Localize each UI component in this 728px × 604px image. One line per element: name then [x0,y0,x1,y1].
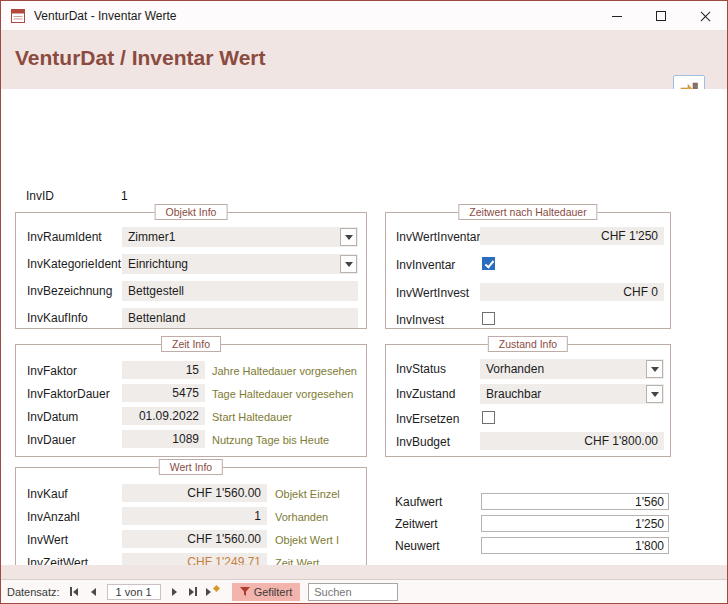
zeitwert-title: Zeitwert nach Haltedauer [458,204,597,220]
invid-label: InvID [26,189,54,203]
chevron-down-icon[interactable] [646,385,663,403]
chevron-glyph [345,235,353,240]
close-icon [700,11,711,22]
invwert-note: Objekt Wert I [275,534,339,546]
invfaktordauer-note: Tage Haltedauer vorgesehen [212,388,353,400]
next-record-button[interactable] [166,583,183,600]
zeitwert-label: Zeitwert [395,517,438,531]
invdauer-label: InvDauer [27,433,76,447]
kaufwert-label: Kaufwert [395,495,442,509]
invanzahl-field[interactable]: 1 [122,507,267,525]
invfaktordauer-field[interactable]: 5475 [122,384,205,402]
zeit-info-title: Zeit Info [161,336,221,352]
new-record-button[interactable] [204,583,221,600]
invwertinventar-label: InvWertInventar [396,230,480,244]
new-record-star-icon [213,584,220,591]
field-row: InvErsetzen [386,409,670,431]
invid-field[interactable]: 1 [121,189,128,203]
invwertinventar-field[interactable]: CHF 1'250 [480,227,664,245]
window-title: VenturDat - Inventar Werte [34,9,177,23]
form-body: InvID 1 Objekt Info InvRaumIdent Zimmer1… [1,89,727,565]
invinvest-label: InvInvest [396,313,444,327]
invraumident-label: InvRaumIdent [27,230,102,244]
zeitwert-field[interactable]: 1'250 [481,515,669,532]
search-input[interactable] [308,583,398,601]
invbezeichnung-field[interactable]: Bettgestell [122,281,358,301]
field-row: InvKategorieIdent Einrichtung [16,254,366,276]
invdauer-field[interactable]: 1089 [122,430,205,448]
title-bar: VenturDat - Inventar Werte [1,1,727,31]
invfaktordauer-label: InvFaktorDauer [27,387,110,401]
form-header: VenturDat / Inventar Wert [1,31,727,89]
objekt-info-title: Objekt Info [155,204,228,220]
invdatum-note: Start Haltedauer [212,411,292,423]
wert-info-title: Wert Info [159,459,223,475]
field-row: InvKauf CHF 1'560.00 Objekt Einzel [16,484,366,506]
previous-record-button[interactable] [85,583,102,600]
invwertinvest-label: InvWertInvest [396,286,469,300]
field-row: InvBezeichnung Bettgestell [16,281,366,303]
invdatum-label: InvDatum [27,410,78,424]
app-window: VenturDat - Inventar Werte VenturDat / I… [0,0,728,604]
minimize-icon [612,16,622,17]
first-record-button[interactable] [66,583,83,600]
chevron-down-icon[interactable] [340,228,357,246]
invraumident-combo[interactable]: Zimmer1 [122,227,358,247]
access-app-icon [10,8,26,24]
invstatus-combo[interactable]: Vorhanden [480,359,664,379]
chevron-down-icon[interactable] [340,255,357,273]
record-label: Datensatz: [7,586,60,598]
field-row: InvFaktor 15 Jahre Haltedauer vorgesehen [16,361,366,383]
invdatum-field[interactable]: 01.09.2022 [122,407,205,425]
neuwert-field[interactable]: 1'800 [481,537,669,554]
form-footer-band [1,565,727,579]
minimize-button[interactable] [595,1,639,31]
field-row: InvZustand Brauchbar [386,384,670,406]
field-row: InvFaktorDauer 5475 Tage Haltedauer vorg… [16,384,366,406]
triangle-left-icon [73,588,78,596]
chevron-glyph [651,392,659,397]
field-row: InvAnzahl 1 Vorhanden [16,507,366,529]
chevron-down-icon[interactable] [646,360,663,378]
invkategorieident-label: InvKategorieIdent [27,257,121,271]
inversetzen-checkbox[interactable] [482,411,495,424]
maximize-button[interactable] [639,1,683,31]
invbezeichnung-label: InvBezeichnung [27,284,112,298]
field-row: InvInvest [386,310,670,332]
invwert-field[interactable]: CHF 1'560.00 [122,530,267,548]
triangle-left-icon [91,588,96,596]
invanzahl-note: Vorhanden [275,511,328,523]
invinventar-checkbox[interactable] [482,257,495,270]
zustand-info-group: Zustand Info InvStatus Vorhanden InvZust… [385,344,671,457]
invzustand-combo[interactable]: Brauchbar [480,384,664,404]
invkategorieident-combo[interactable]: Einrichtung [122,254,358,274]
zeitwert-group: Zeitwert nach Haltedauer InvWertInventar… [385,212,671,329]
invbudget-label: InvBudget [396,435,450,449]
invzustand-label: InvZustand [396,387,455,401]
invinventar-label: InvInventar [396,258,455,272]
invinvest-checkbox[interactable] [482,312,495,325]
field-row: InvDatum 01.09.2022 Start Haltedauer [16,407,366,429]
kaufwert-field[interactable]: 1'560 [481,493,669,510]
field-row: InvStatus Vorhanden [386,359,670,381]
field-row: InvWert CHF 1'560.00 Objekt Wert I [16,530,366,552]
invfaktor-field[interactable]: 15 [122,361,205,379]
bar-glyph [195,587,197,596]
invbudget-field[interactable]: CHF 1'800.00 [480,432,664,450]
invkauf-note: Objekt Einzel [275,488,340,500]
chevron-glyph [651,367,659,372]
invkaufinfo-field[interactable]: Bettenland [122,308,358,328]
filter-funnel-icon [240,587,250,597]
zustand-info-title: Zustand Info [488,336,568,352]
close-button[interactable] [683,1,727,31]
invkauf-label: InvKauf [27,487,68,501]
last-record-button[interactable] [185,583,202,600]
neuwert-label: Neuwert [395,539,440,553]
inversetzen-label: InvErsetzen [396,412,459,426]
invwertinvest-field[interactable]: CHF 0 [480,283,664,301]
objekt-info-group: Objekt Info InvRaumIdent Zimmer1 InvKate… [15,212,367,329]
invkauf-field[interactable]: CHF 1'560.00 [122,484,267,502]
field-row: InvWertInvest CHF 0 [386,283,670,305]
zeit-info-group: Zeit Info InvFaktor 15 Jahre Haltedauer … [15,344,367,457]
filter-indicator[interactable]: Gefiltert [232,583,301,601]
